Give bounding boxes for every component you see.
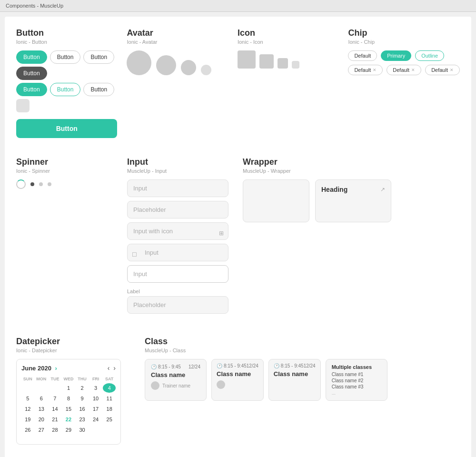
cal-day-3[interactable]: 3 xyxy=(89,383,102,393)
cal-day-empty xyxy=(35,383,48,393)
dot-2 xyxy=(39,182,43,186)
clock-icon-3: 🕐 xyxy=(274,363,279,368)
day-header-fri: FRI xyxy=(89,376,102,382)
chip-close-icon-1[interactable]: ✕ xyxy=(373,68,377,72)
cal-day-27[interactable]: 27 xyxy=(35,425,48,435)
outline-button[interactable]: Button xyxy=(50,83,81,96)
input-outlined-field[interactable] xyxy=(127,265,228,283)
multi-item-2: Class name #2 xyxy=(332,378,381,383)
datepicker-subtitle: Ionic - Datepicker xyxy=(16,348,130,353)
cal-day-7[interactable]: 7 xyxy=(49,394,61,403)
chip-section: Chip Ionic - Chip Default Primary Outlin… xyxy=(348,28,460,138)
cal-day-29[interactable]: 29 xyxy=(62,425,75,435)
icon-row xyxy=(238,50,338,69)
cal-day-23[interactable]: 23 xyxy=(76,415,89,424)
cal-day-28[interactable]: 28 xyxy=(49,425,61,435)
input-labeled[interactable] xyxy=(127,296,228,314)
calendar-prev[interactable]: ‹ xyxy=(108,364,110,372)
cal-day-6[interactable]: 6 xyxy=(35,394,48,403)
cal-day-17[interactable]: 17 xyxy=(89,404,102,414)
cal-day-empty xyxy=(35,436,48,439)
input-icon-wrapper: ⊞ xyxy=(127,222,228,244)
multi-item-1: Class name #1 xyxy=(332,372,381,377)
class-card-1[interactable]: 🕐 8:15 - 9:45 12/24 Class name Trainer n… xyxy=(145,359,207,401)
input-label-text: Label xyxy=(127,288,228,294)
chip-default-1[interactable]: Default xyxy=(348,50,377,61)
wrapper-section: Wrapper MuscleUp - Wrapper Heading ↗ xyxy=(238,148,460,318)
cal-day-26[interactable]: 26 xyxy=(21,425,34,435)
cal-day-12[interactable]: 12 xyxy=(21,404,34,414)
spinner-section: Spinner Ionic - Spinner xyxy=(16,148,127,318)
calendar-month: June 2020 › xyxy=(21,365,57,372)
icon-xl xyxy=(238,50,256,69)
wrapper-title: Wrapper xyxy=(243,157,460,167)
cal-day-4[interactable]: 4 xyxy=(103,383,116,393)
cal-day-19[interactable]: 19 xyxy=(21,415,34,424)
calendar-expand-icon[interactable]: › xyxy=(55,365,57,372)
day-header-wed: WED xyxy=(62,376,75,382)
cal-day-14[interactable]: 14 xyxy=(49,404,61,414)
cal-day-20[interactable]: 20 xyxy=(35,415,48,424)
day-header-tue: TUE xyxy=(49,376,61,382)
title-bar: Components - MuscleUp xyxy=(0,0,476,12)
cal-day-25[interactable]: 25 xyxy=(103,415,116,424)
icon-square-button[interactable] xyxy=(16,99,30,112)
class-date-2: 12/24 xyxy=(247,363,258,368)
cal-day-1[interactable]: 1 xyxy=(62,383,75,393)
avatar-title: Avatar xyxy=(127,28,228,38)
cal-day-5[interactable]: 5 xyxy=(21,394,34,403)
cal-day-22[interactable]: 22 xyxy=(62,415,75,424)
dark-button[interactable]: Button xyxy=(16,67,47,80)
cal-day-11[interactable]: 11 xyxy=(103,394,116,403)
spinner-subtitle: Ionic - Spinner xyxy=(16,168,118,174)
input-leading-field[interactable] xyxy=(127,244,228,261)
class-card-3[interactable]: 🕐 8:15 - 9:45 12/24 Class name xyxy=(268,359,321,401)
window-title: Components - MuscleUp xyxy=(6,3,63,9)
chip-default-x-2[interactable]: Default ✕ xyxy=(387,65,421,75)
cal-day-8[interactable]: 8 xyxy=(62,394,75,403)
chip-close-icon-2[interactable]: ✕ xyxy=(411,68,415,72)
large-button[interactable]: Button xyxy=(16,119,117,138)
multi-more: ... xyxy=(332,390,381,396)
external-link-icon[interactable]: ↗ xyxy=(380,186,385,193)
calendar: June 2020 › ‹ › SUN MON TUE WED THU FRI … xyxy=(16,359,121,445)
cal-day-16[interactable]: 16 xyxy=(76,404,89,414)
cal-day-2[interactable]: 2 xyxy=(76,383,89,393)
avatar-sm xyxy=(201,65,211,75)
class-card-2[interactable]: 🕐 8:15 - 9:45 12/24 Class name xyxy=(211,359,264,401)
datepicker-title: Datepicker xyxy=(16,337,130,347)
chip-default-x-3[interactable]: Default ✕ xyxy=(425,65,460,75)
trainer-avatar-2 xyxy=(217,380,225,389)
chip-outline[interactable]: Outline xyxy=(415,50,444,61)
chip-primary[interactable]: Primary xyxy=(381,50,411,61)
cal-day-18[interactable]: 18 xyxy=(103,404,116,414)
input-with-icon-field[interactable] xyxy=(127,222,228,240)
chip-close-icon-3[interactable]: ✕ xyxy=(450,68,454,72)
clock-icon-1: 🕐 xyxy=(151,364,157,369)
cal-day-13[interactable]: 13 xyxy=(35,404,48,414)
cal-day-empty xyxy=(21,383,34,393)
cal-day-24[interactable]: 24 xyxy=(89,415,102,424)
avatar-md xyxy=(181,60,196,75)
default-button-1[interactable]: Button xyxy=(50,50,81,64)
cal-day-9[interactable]: 9 xyxy=(76,394,89,403)
class-card-multi[interactable]: Multiple classes Class name #1 Class nam… xyxy=(326,359,387,401)
input-basic[interactable] xyxy=(127,179,228,197)
cal-day-10[interactable]: 10 xyxy=(89,394,102,403)
chip-default-x-1[interactable]: Default ✕ xyxy=(348,65,383,75)
avatar-xl xyxy=(127,50,151,75)
spinner-row xyxy=(16,179,118,189)
cal-day-15[interactable]: 15 xyxy=(62,404,75,414)
day-header-sat: SAT xyxy=(103,376,116,382)
multi-item-3: Class name #3 xyxy=(332,384,381,389)
default-button-3[interactable]: Button xyxy=(83,83,114,96)
default-button-2[interactable]: Button xyxy=(83,50,114,64)
input-placeholder[interactable] xyxy=(127,201,228,219)
leading-icon: ☐ xyxy=(132,251,137,258)
calendar-next[interactable]: › xyxy=(113,364,116,372)
input-subtitle: MuscleUp - Input xyxy=(127,168,228,174)
cal-day-21[interactable]: 21 xyxy=(49,415,61,424)
primary-button[interactable]: Button xyxy=(16,50,47,64)
primary-button-2[interactable]: Button xyxy=(16,83,47,96)
cal-day-30[interactable]: 30 xyxy=(76,425,89,435)
